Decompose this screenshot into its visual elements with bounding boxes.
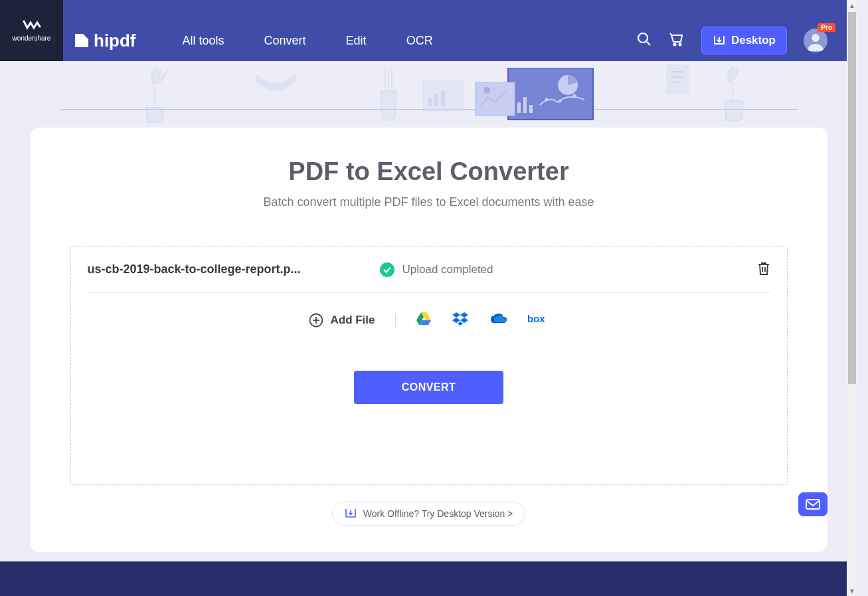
convert-button[interactable]: CONVERT bbox=[354, 371, 504, 404]
svg-line-4 bbox=[670, 33, 671, 35]
svg-rect-9 bbox=[441, 91, 445, 106]
hipdf-logo[interactable]: hipdf bbox=[75, 31, 136, 51]
file-dropzone[interactable]: us-cb-2019-back-to-college-report.p... U… bbox=[70, 246, 788, 485]
footer-bar bbox=[0, 561, 847, 596]
svg-point-5 bbox=[812, 34, 820, 42]
svg-point-17 bbox=[545, 98, 549, 102]
dropbox-icon[interactable] bbox=[452, 312, 469, 329]
nav-convert[interactable]: Convert bbox=[244, 34, 326, 48]
main-card: PDF to Excel Converter Batch convert mul… bbox=[31, 128, 827, 552]
svg-rect-15 bbox=[523, 97, 527, 113]
divider bbox=[395, 314, 396, 327]
box-icon[interactable]: box bbox=[527, 313, 549, 328]
email-fab-button[interactable] bbox=[798, 492, 827, 516]
svg-rect-30 bbox=[806, 500, 820, 509]
download-desktop-icon bbox=[345, 508, 357, 520]
svg-rect-8 bbox=[434, 94, 438, 106]
svg-rect-16 bbox=[529, 105, 533, 113]
app-header: wondershare hipdf All tools Convert Edit… bbox=[0, 0, 857, 61]
hipdf-icon bbox=[75, 34, 88, 47]
avatar-wrap[interactable]: Pro bbox=[804, 29, 827, 52]
desktop-label: Desktop bbox=[731, 34, 776, 47]
svg-point-0 bbox=[638, 33, 648, 43]
wondershare-label: wondershare bbox=[13, 35, 51, 42]
file-name: us-cb-2019-back-to-college-report.p... bbox=[88, 262, 380, 276]
svg-rect-7 bbox=[428, 98, 432, 106]
page-subtitle: Batch convert multiple PDF files to Exce… bbox=[70, 195, 788, 209]
google-drive-icon[interactable] bbox=[416, 312, 432, 329]
onedrive-icon[interactable] bbox=[489, 313, 507, 328]
wondershare-icon bbox=[23, 20, 41, 32]
svg-rect-10 bbox=[508, 68, 593, 120]
download-icon bbox=[713, 34, 726, 47]
svg-rect-20 bbox=[666, 64, 689, 94]
cart-icon[interactable] bbox=[669, 31, 685, 50]
file-row: us-cb-2019-back-to-college-report.p... U… bbox=[88, 247, 770, 293]
svg-point-19 bbox=[573, 94, 576, 98]
nav-all-tools[interactable]: All tools bbox=[163, 34, 244, 48]
plus-circle-icon bbox=[309, 313, 323, 328]
svg-text:box: box bbox=[527, 313, 545, 324]
check-circle-icon bbox=[380, 262, 394, 277]
desktop-button[interactable]: Desktop bbox=[701, 27, 787, 54]
offline-label: Work Offline? Try Desktop Version > bbox=[363, 508, 513, 519]
svg-point-13 bbox=[558, 75, 578, 95]
scroll-up-arrow[interactable]: ▲ bbox=[847, 0, 857, 11]
page-title: PDF to Excel Converter bbox=[70, 157, 788, 186]
trash-icon bbox=[757, 261, 770, 276]
svg-point-3 bbox=[679, 44, 681, 46]
scrollbar[interactable]: ▲ ▼ bbox=[847, 0, 857, 596]
scroll-thumb[interactable] bbox=[848, 12, 856, 384]
file-status: Upload completed bbox=[380, 262, 757, 277]
svg-point-12 bbox=[483, 87, 490, 94]
wondershare-logo-block[interactable]: wondershare bbox=[0, 0, 63, 61]
email-icon bbox=[806, 499, 820, 510]
work-offline-button[interactable]: Work Offline? Try Desktop Version > bbox=[332, 502, 526, 526]
add-file-label: Add File bbox=[330, 314, 375, 327]
status-text: Upload completed bbox=[402, 263, 493, 276]
svg-point-2 bbox=[673, 44, 675, 46]
pro-badge: Pro bbox=[818, 23, 835, 32]
svg-line-1 bbox=[646, 42, 650, 46]
nav-row: hipdf All tools Convert Edit OCR Desktop… bbox=[63, 20, 827, 61]
add-file-button[interactable]: Add File bbox=[309, 313, 375, 328]
avatar bbox=[804, 29, 827, 52]
nav-edit[interactable]: Edit bbox=[326, 34, 387, 48]
add-file-row: Add File box bbox=[88, 293, 770, 348]
svg-point-18 bbox=[559, 100, 562, 103]
hipdf-label: hipdf bbox=[94, 31, 136, 51]
header-right: Desktop Pro bbox=[636, 27, 827, 54]
delete-file-button[interactable] bbox=[757, 261, 770, 278]
svg-rect-11 bbox=[475, 82, 515, 116]
svg-rect-14 bbox=[517, 102, 521, 113]
search-icon[interactable] bbox=[636, 31, 652, 50]
nav-ocr[interactable]: OCR bbox=[387, 34, 453, 48]
svg-rect-6 bbox=[423, 81, 463, 111]
scroll-down-arrow[interactable]: ▼ bbox=[847, 585, 857, 596]
